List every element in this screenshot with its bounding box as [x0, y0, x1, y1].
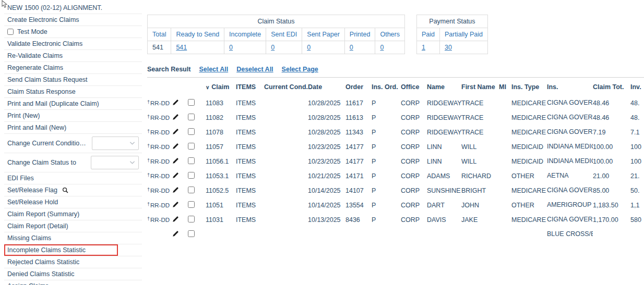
deselect-all-link[interactable]: Deselect All: [236, 66, 273, 73]
table-row: †RR-DD11078ITEMS10/28/202511343PCORPRIDG…: [147, 125, 644, 140]
payment-status-table: Payment StatusPaidPartially Paid130: [416, 15, 488, 54]
edit-pencil-icon[interactable]: [172, 201, 179, 209]
sidebar-item-new-1500-02-12-alignment[interactable]: NEW 1500 (02-12) ALIGNMENT.: [4, 2, 142, 14]
sidebar-item-claim-status-response[interactable]: Claim Status Response: [4, 86, 142, 98]
claim-status-value-link-printed[interactable]: 0: [350, 44, 353, 51]
sidebar-item-rejected-claims-statistic[interactable]: Rejected Claims Statistic: [4, 256, 142, 268]
date-cell: 10/13/2025: [308, 213, 345, 227]
inv-cell: 48.: [630, 110, 644, 125]
results-grid-wrap: ∨ClaimITEMSCurrent Cond.DateOrderIns. Or…: [147, 77, 644, 242]
items-cell: ITEMS: [236, 183, 264, 198]
current-cond-cell: [264, 198, 308, 213]
inv-cell: 100: [630, 140, 644, 154]
edit-pencil-icon[interactable]: [172, 187, 179, 195]
sidebar-item-re-validate-claims[interactable]: Re-Validate Claims: [4, 50, 142, 62]
sidebar-item-denied-claims-statistic[interactable]: Denied Claims Statistic: [4, 268, 142, 280]
ins-type-cell: OTHER: [511, 198, 547, 213]
select-all-link[interactable]: Select All: [199, 66, 228, 73]
row-checkbox[interactable]: [188, 114, 195, 120]
column-header-order: Order: [345, 78, 372, 96]
sidebar-item-create-electronic-claims[interactable]: Create Electronic Claims: [4, 14, 142, 26]
edit-pencil-icon[interactable]: [172, 157, 179, 166]
name-cell: RIDGEWAY: [427, 96, 461, 110]
row-checkbox[interactable]: [188, 230, 195, 237]
current-cond-cell: [264, 154, 308, 169]
edit-cell: [172, 96, 188, 110]
sidebar-item-regenerate-claims[interactable]: Regenerate Claims: [4, 62, 142, 74]
sidebar-item-change-claim-status-to[interactable]: Change Claim Status to: [4, 153, 142, 172]
sidebar-item-print-and-mail-new[interactable]: Print and Mail (New): [4, 122, 142, 134]
row-checkbox[interactable]: [188, 201, 195, 208]
date-cell: 10/21/2025: [308, 169, 345, 183]
sidebar-item-assign-claims[interactable]: Assign Claims: [4, 280, 142, 285]
edit-pencil-icon[interactable]: [172, 172, 179, 180]
sidebar-item-validate-electronic-claims[interactable]: Validate Electronic Claims: [4, 38, 142, 50]
claim-status-value-link-ready-to-send[interactable]: 541: [176, 44, 187, 51]
claim-status-value-link-sent-edi[interactable]: 0: [271, 44, 275, 51]
items-cell: ITEMS: [236, 213, 264, 227]
first-name-cell: TRACE: [461, 110, 499, 125]
sidebar-item-missing-claims[interactable]: Missing Claims: [4, 232, 142, 244]
edit-pencil-icon[interactable]: [172, 114, 179, 122]
sidebar-item-claim-report-detail[interactable]: Claim Report (Detail): [4, 220, 142, 232]
column-header-claim[interactable]: ∨Claim: [206, 78, 236, 96]
payment-status-value-link-paid[interactable]: 1: [422, 44, 425, 51]
flag-cell: †RR-DD: [147, 169, 172, 183]
sidebar-item-set-release-flag[interactable]: Set/Release Flag: [4, 184, 142, 196]
payment-status-col-paid: Paid: [416, 28, 439, 41]
row-checkbox[interactable]: [188, 172, 195, 179]
sidebar-item-label: Create Electronic Claims: [7, 16, 79, 23]
claim-status-value-link-others[interactable]: 0: [380, 44, 384, 51]
sidebar-item-set-release-hold[interactable]: Set/Release Hold: [4, 196, 142, 208]
ins-type-cell: MEDICARE: [511, 213, 547, 227]
payment-status-value-link-partially-paid[interactable]: 30: [445, 44, 452, 51]
sidebar-item-send-claim-status-request[interactable]: Send Claim Status Request: [4, 74, 142, 86]
toolbar-links: Select AllDeselect AllSelect Page: [199, 66, 326, 73]
flag-label: RR-DD: [150, 217, 170, 223]
sidebar-item-label: Assign Claims: [7, 282, 49, 285]
ins-type-cell: MEDICARE: [511, 125, 547, 140]
sidebar-item-edi-files[interactable]: EDI Files: [4, 172, 142, 184]
table-row: †RR-DD11052.5ITEMS10/14/202514107PCORPSU…: [147, 183, 644, 198]
sidebar-item-change-current-condition-to[interactable]: Change Current Condition to: [4, 134, 142, 153]
payment-status-value-partially-paid: 30: [440, 41, 488, 54]
claim-status-table: Claim StatusTotalReady to SendIncomplete…: [147, 15, 405, 54]
row-checkbox[interactable]: [188, 99, 195, 106]
edit-pencil-icon[interactable]: [172, 230, 179, 239]
search-icon[interactable]: [62, 187, 68, 193]
inv-cell: 48.: [630, 96, 644, 110]
claim-status-value-link-sent-paper[interactable]: 0: [307, 44, 311, 51]
edit-pencil-icon[interactable]: [172, 128, 179, 137]
checkbox-cell: [188, 183, 206, 198]
row-checkbox[interactable]: [188, 143, 195, 150]
sidebar-item-claim-report-summary[interactable]: Claim Report (Summary): [4, 208, 142, 220]
row-checkbox[interactable]: [188, 128, 195, 135]
select-page-link[interactable]: Select Page: [282, 66, 318, 73]
mi-cell: [499, 183, 511, 198]
claim-cell: 11053.1: [206, 169, 236, 183]
claim-cell: 11031: [206, 213, 236, 227]
test-mode-checkbox[interactable]: [7, 29, 14, 35]
items-cell: ITEMS: [236, 198, 264, 213]
main-content: Claim StatusTotalReady to SendIncomplete…: [142, 0, 644, 285]
change-claim-status-to-dropdown[interactable]: [91, 156, 139, 169]
sidebar-item-label: Set/Release Hold: [7, 199, 58, 206]
claim-status-value-link-incomplete[interactable]: 0: [229, 44, 233, 51]
row-checkbox[interactable]: [188, 157, 195, 164]
sidebar-item-print-new[interactable]: Print (New): [4, 110, 142, 122]
edit-pencil-icon[interactable]: [172, 99, 179, 107]
order-cell: 14177: [345, 154, 372, 169]
edit-pencil-icon[interactable]: [172, 143, 179, 151]
sidebar-item-incomplete-claims-statistic[interactable]: Incomplete Claims Statistic: [4, 244, 142, 256]
flag-marker: †: [147, 143, 150, 148]
row-checkbox[interactable]: [188, 216, 195, 222]
claim-status-value-sent-paper: 0: [302, 41, 345, 54]
sidebar-item-label: Rejected Claims Statistic: [7, 258, 79, 266]
change-current-condition-to-dropdown[interactable]: [92, 137, 139, 150]
ins-type-cell: MEDICARE: [511, 110, 547, 125]
edit-pencil-icon[interactable]: [172, 216, 179, 224]
current-cond-cell: [264, 96, 308, 110]
sidebar-item-test-mode[interactable]: Test Mode: [4, 26, 142, 38]
row-checkbox[interactable]: [188, 187, 195, 193]
sidebar-item-print-and-mail-duplicate-claim[interactable]: Print and Mail (Duplicate Claim): [4, 98, 142, 110]
